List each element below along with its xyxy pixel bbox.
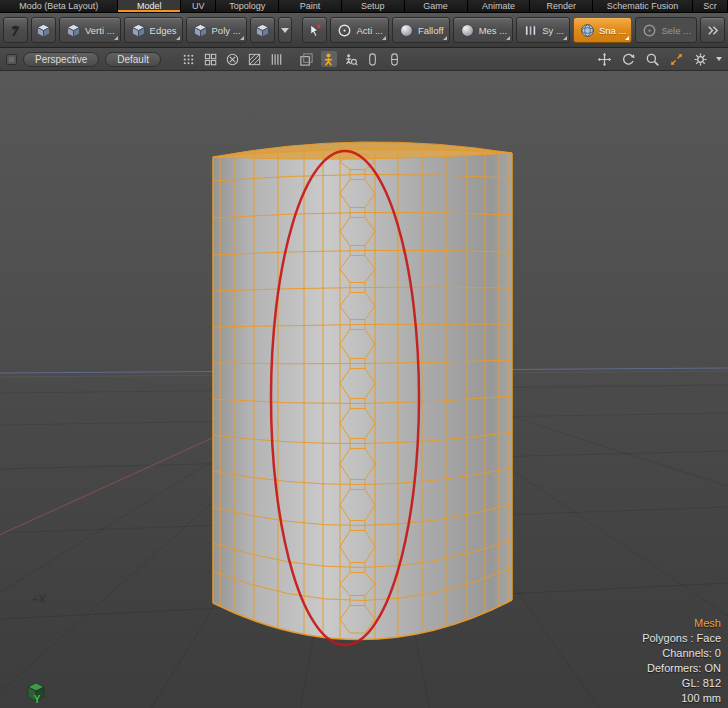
viewport-nav-icons	[596, 48, 722, 70]
polygons-label: Poly ...	[212, 25, 241, 36]
tab-schematic-fusion[interactable]: Schematic Fusion	[593, 0, 693, 12]
tab-uv[interactable]: UV	[181, 0, 216, 12]
gizmo-y-label: Y	[24, 695, 50, 705]
tab-script[interactable]: Scr	[693, 0, 728, 12]
viewport-header: Perspective Default	[0, 48, 728, 71]
pointer-icon	[307, 23, 322, 38]
grid-size: 100 mm	[642, 691, 721, 706]
settings-dropdown-icon[interactable]	[716, 57, 722, 61]
maximize-viewport-icon[interactable]	[668, 51, 684, 67]
cube-icon	[193, 23, 208, 38]
items-mode-button[interactable]	[250, 17, 275, 43]
floor-axis-label: +X	[32, 593, 46, 605]
snapping-label: Sna ...	[599, 25, 626, 36]
tool-icon	[8, 23, 23, 38]
edges-mode-button[interactable]: Edges	[124, 17, 183, 43]
main-toolbar: Verti ... Edges Poly ... Acti ... Fallof…	[0, 13, 728, 48]
tab-setup[interactable]: Setup	[342, 0, 405, 12]
viewport-menu-icon[interactable]	[6, 54, 17, 65]
action-center-button[interactable]: Acti ...	[330, 17, 388, 43]
polygons-mode-button[interactable]: Poly ...	[186, 17, 247, 43]
capsule-display-icon[interactable]	[365, 51, 381, 67]
sphere-icon	[460, 23, 475, 38]
gl-count: GL: 812	[642, 676, 721, 691]
tab-render[interactable]: Render	[530, 0, 593, 12]
tab-topology[interactable]: Topology	[216, 0, 279, 12]
rotate-view-icon[interactable]	[620, 51, 636, 67]
toolbar-overflow-button[interactable]	[700, 17, 725, 43]
edges-label: Edges	[150, 25, 177, 36]
tool-mode-button[interactable]	[3, 17, 28, 43]
walkthrough-person-icon[interactable]	[321, 51, 337, 67]
mesh-constraints-button[interactable]: Mes ...	[453, 17, 514, 43]
mesh-constraints-label: Mes ...	[479, 25, 508, 36]
disable-overlay-icon[interactable]	[225, 51, 241, 67]
symmetry-button[interactable]: Sy ...	[516, 17, 570, 43]
wire-shading-icon[interactable]	[269, 51, 285, 67]
capsule-split-display-icon[interactable]	[387, 51, 403, 67]
component-cube-button[interactable]	[31, 17, 56, 43]
mode-dropdown-button[interactable]	[278, 17, 292, 43]
shading-style-dropdown[interactable]: Default	[105, 52, 161, 67]
tab-paint[interactable]: Paint	[279, 0, 342, 12]
action-center-label: Acti ...	[356, 25, 382, 36]
chevrons-icon	[705, 23, 720, 38]
modo-window: Modo (Beta Layout) Model UV Topology Pai…	[0, 0, 728, 708]
vertex-display-icon[interactable]	[181, 51, 197, 67]
falloff-label: Falloff	[418, 25, 444, 36]
cube-icon	[131, 23, 146, 38]
channels-count: Channels: 0	[642, 646, 721, 661]
snapping-button[interactable]: Sna ...	[573, 17, 632, 43]
cube-icon	[255, 23, 270, 38]
vertices-mode-button[interactable]: Verti ...	[59, 17, 121, 43]
sphere-icon	[399, 23, 414, 38]
grid-display-icon[interactable]	[203, 51, 219, 67]
shading-icon-group	[181, 51, 285, 67]
globe-icon	[580, 23, 595, 38]
cube-icon	[36, 23, 51, 38]
tab-animate[interactable]: Animate	[468, 0, 531, 12]
ring-icon	[337, 23, 352, 38]
tab-modo-beta-layout[interactable]: Modo (Beta Layout)	[0, 0, 118, 12]
viewport-info-block: Mesh Polygons : Face Channels: 0 Deforme…	[642, 616, 721, 706]
tab-model[interactable]: Model	[118, 0, 181, 12]
layers-icon[interactable]	[299, 51, 315, 67]
bars-icon	[523, 23, 538, 38]
falloff-button[interactable]: Falloff	[392, 17, 450, 43]
select-through-button[interactable]: Sele ...	[635, 17, 697, 43]
symmetry-label: Sy ...	[542, 25, 564, 36]
deformers-state: Deformers: ON	[642, 661, 721, 676]
scene-canvas	[0, 71, 728, 708]
vertices-label: Verti ...	[85, 25, 115, 36]
select-through-label: Sele ...	[661, 25, 691, 36]
camera-view-dropdown[interactable]: Perspective	[23, 52, 99, 67]
viewport-settings-gear-icon[interactable]	[692, 51, 708, 67]
cube-icon	[66, 23, 81, 38]
orientation-gizmo[interactable]: Y	[24, 695, 50, 705]
mesh-name: Mesh	[642, 616, 721, 631]
tab-game[interactable]: Game	[405, 0, 468, 12]
viewport-3d[interactable]: +X Y Mesh Polygons : Face Channels: 0 De…	[0, 71, 728, 708]
layout-tabbar: Modo (Beta Layout) Model UV Topology Pai…	[0, 0, 728, 13]
selection-mode: Polygons : Face	[642, 631, 721, 646]
hatch-shading-icon[interactable]	[247, 51, 263, 67]
auto-select-button[interactable]	[302, 17, 327, 43]
inspect-person-icon[interactable]	[343, 51, 359, 67]
view-option-icon-group	[299, 51, 403, 67]
ring-icon	[642, 23, 657, 38]
chevron-down-icon	[281, 28, 289, 33]
pan-icon[interactable]	[596, 51, 612, 67]
zoom-view-icon[interactable]	[644, 51, 660, 67]
